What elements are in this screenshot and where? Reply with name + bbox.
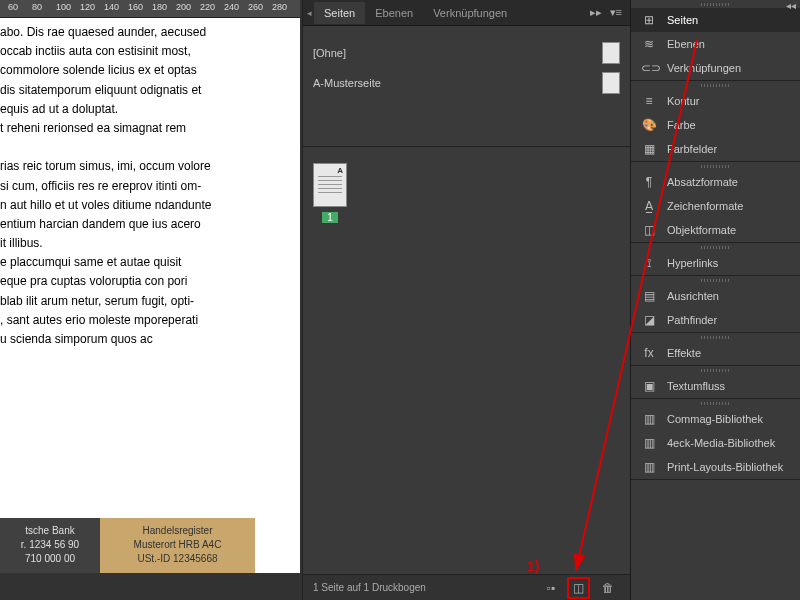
body-text-line: eque pra cuptas voloruptia con pori — [0, 273, 290, 289]
panel-item-label: Farbfelder — [667, 143, 717, 155]
document-pages-area: A 1 — [303, 146, 630, 546]
panel-menu-icon[interactable]: ▾≡ — [606, 6, 626, 19]
panel-item-label: Hyperlinks — [667, 257, 718, 269]
panel-item-label: Textumfluss — [667, 380, 725, 392]
absatzformate-icon: ¶ — [641, 175, 657, 189]
panel-item-kontur[interactable]: ≡Kontur — [631, 89, 800, 113]
panel-item-label: Print-Layouts-Bibliothek — [667, 461, 783, 473]
panel-item-absatzformate[interactable]: ¶Absatzformate — [631, 170, 800, 194]
panel-item-label: Seiten — [667, 14, 698, 26]
pages-panel: ◂ Seiten Ebenen Verknüpfungen ▸▸ ▾≡ [Ohn… — [302, 0, 630, 600]
panel-item-print-layouts-bibliothek[interactable]: ▥Print-Layouts-Bibliothek — [631, 455, 800, 479]
panel-item-label: Commag-Bibliothek — [667, 413, 763, 425]
master-a[interactable]: A-Musterseite — [313, 72, 620, 94]
expand-panels-icon[interactable]: ◂◂ — [782, 0, 800, 14]
panel-group-grip[interactable] — [631, 366, 800, 374]
panel-item--eck-media-bibliothek[interactable]: ▥4eck-Media-Bibliothek — [631, 431, 800, 455]
ebenen-icon: ≋ — [641, 37, 657, 51]
annotation-label: 1) — [527, 558, 539, 574]
footer-bank: tsche Bank r. 1234 56 90 710 000 00 — [0, 518, 100, 573]
body-text-line: equis ad ut a doluptat. — [0, 101, 290, 117]
farbe-icon: 🎨 — [641, 118, 657, 132]
body-text-line: rias reic torum simus, imi, occum volore — [0, 158, 290, 174]
document-page: abo. Dis rae quaesed aunder, aecusedocca… — [0, 18, 300, 573]
panel-item-label: Objektformate — [667, 224, 736, 236]
new-page-icon[interactable]: ◫ — [567, 577, 590, 599]
panel-item-objektformate[interactable]: ◫Objektformate — [631, 218, 800, 242]
collapse-panel-icon[interactable]: ▸▸ — [586, 6, 606, 19]
body-text-line: dis sitatemporum eliquunt odignatis et — [0, 82, 290, 98]
panel-item-label: Pathfinder — [667, 314, 717, 326]
delete-page-icon[interactable]: 🗑 — [602, 581, 614, 595]
tab-verknuepfungen[interactable]: Verknüpfungen — [423, 2, 517, 24]
panel-item-textumfluss[interactable]: ▣Textumfluss — [631, 374, 800, 398]
panel-grip-icon[interactable]: ◂ — [307, 8, 312, 18]
effekte-icon: fx — [641, 346, 657, 360]
body-text-line: it illibus. — [0, 235, 290, 251]
panel-item-hyperlinks[interactable]: ⟟Hyperlinks — [631, 251, 800, 275]
panel-item-zeichenformate[interactable]: A̲Zeichenformate — [631, 194, 800, 218]
panel-item-effekte[interactable]: fxEffekte — [631, 341, 800, 365]
panel-item-farbe[interactable]: 🎨Farbe — [631, 113, 800, 137]
panel-item-label: 4eck-Media-Bibliothek — [667, 437, 775, 449]
body-text-line: abo. Dis rae quaesed aunder, aecused — [0, 24, 290, 40]
pathfinder-icon: ◪ — [641, 313, 657, 327]
master-pages-area: [Ohne] A-Musterseite — [303, 26, 630, 146]
panel-item-seiten[interactable]: ⊞Seiten — [631, 8, 800, 32]
master-none[interactable]: [Ohne] — [313, 42, 620, 64]
page-1-thumb[interactable]: A — [313, 163, 347, 207]
panel-item-label: Farbe — [667, 119, 696, 131]
panel-item-ebenen[interactable]: ≋Ebenen — [631, 32, 800, 56]
print-layouts-bibliothek-icon: ▥ — [641, 460, 657, 474]
right-panel-strip: ◂◂ ⊞Seiten≋Ebenen⊂⊃Verknüpfungen≡Kontur🎨… — [630, 0, 800, 600]
body-text-line: u scienda simporum quos ac — [0, 331, 290, 347]
body-text-line: entium harcian dandem que ius acero — [0, 216, 290, 232]
body-text-line: t reheni rerionsed ea simagnat rem — [0, 120, 290, 136]
body-text-line: , sant autes erio moleste mporeperati — [0, 312, 290, 328]
panel-item-label: Kontur — [667, 95, 699, 107]
seiten-icon: ⊞ — [641, 13, 657, 27]
panel-item-commag-bibliothek[interactable]: ▥Commag-Bibliothek — [631, 407, 800, 431]
panel-group-grip[interactable] — [631, 0, 800, 8]
panel-item-verkn-pfungen[interactable]: ⊂⊃Verknüpfungen — [631, 56, 800, 80]
zeichenformate-icon: A̲ — [641, 199, 657, 213]
edit-page-size-icon[interactable]: ▫▪ — [546, 581, 555, 595]
body-text-line: n aut hillo et ut voles ditiume ndandunt… — [0, 197, 290, 213]
commag-bibliothek-icon: ▥ — [641, 412, 657, 426]
-eck-media-bibliothek-icon: ▥ — [641, 436, 657, 450]
page-1-thumb-wrap[interactable]: A 1 — [313, 163, 347, 225]
horizontal-ruler: 6080100120140160180200220240260280 — [0, 0, 300, 18]
pages-status-text: 1 Seite auf 1 Druckbogen — [313, 582, 426, 593]
panel-item-label: Effekte — [667, 347, 701, 359]
body-text-line: occab inctiis auta con estisinit most, — [0, 43, 290, 59]
master-none-thumb[interactable] — [602, 42, 620, 64]
ausrichten-icon: ▤ — [641, 289, 657, 303]
tab-ebenen[interactable]: Ebenen — [365, 2, 423, 24]
panel-item-label: Ebenen — [667, 38, 705, 50]
body-text-line: blab ilit arum netur, serum fugit, opti- — [0, 293, 290, 309]
panel-group-grip[interactable] — [631, 399, 800, 407]
panel-item-label: Absatzformate — [667, 176, 738, 188]
master-a-thumb[interactable] — [602, 72, 620, 94]
panel-group-grip[interactable] — [631, 162, 800, 170]
objektformate-icon: ◫ — [641, 223, 657, 237]
page-1-number: 1 — [322, 212, 338, 223]
body-text-line: e placcumqui same et autae quisit — [0, 254, 290, 270]
footer-register: Handelsregister Musterort HRB A4C USt.-I… — [100, 518, 255, 573]
panel-item-farbfelder[interactable]: ▦Farbfelder — [631, 137, 800, 161]
panel-item-label: Ausrichten — [667, 290, 719, 302]
panel-group-grip[interactable] — [631, 333, 800, 341]
panel-group-grip[interactable] — [631, 276, 800, 284]
pages-panel-footer: 1 Seite auf 1 Druckbogen ▫▪ ◫ 🗑 — [303, 574, 630, 600]
tab-seiten[interactable]: Seiten — [314, 2, 365, 24]
page-footer: tsche Bank r. 1234 56 90 710 000 00 Hand… — [0, 518, 255, 573]
panel-item-pathfinder[interactable]: ◪Pathfinder — [631, 308, 800, 332]
farbfelder-icon: ▦ — [641, 142, 657, 156]
panel-item-label: Verknüpfungen — [667, 62, 741, 74]
panel-item-label: Zeichenformate — [667, 200, 743, 212]
panel-item-ausrichten[interactable]: ▤Ausrichten — [631, 284, 800, 308]
panel-group-grip[interactable] — [631, 243, 800, 251]
body-text-line: si cum, officiis res re ereprov itinti o… — [0, 178, 290, 194]
panel-group-grip[interactable] — [631, 81, 800, 89]
pages-panel-tabs: ◂ Seiten Ebenen Verknüpfungen ▸▸ ▾≡ — [303, 0, 630, 26]
